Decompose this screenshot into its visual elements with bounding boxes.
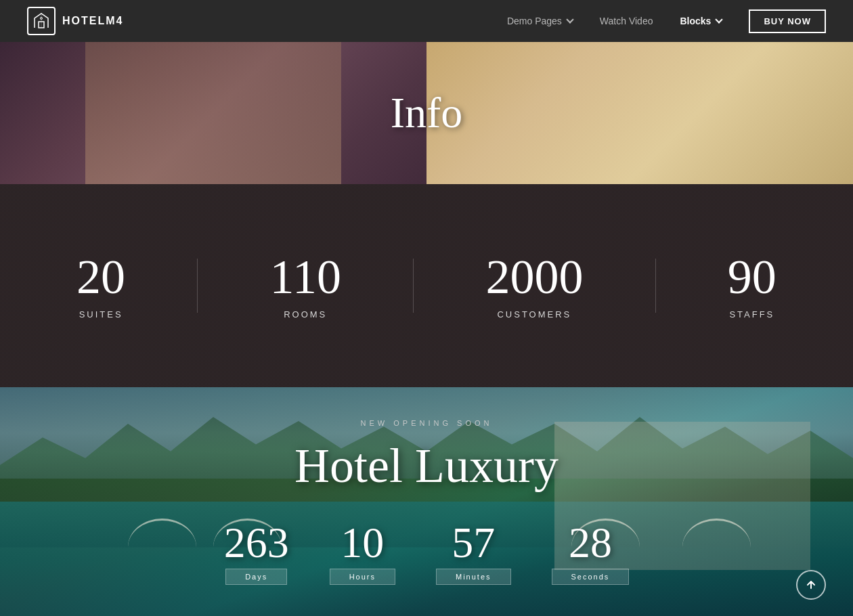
coming-title: Hotel Luxury — [224, 438, 630, 494]
countdown-minutes-label: Minutes — [436, 569, 511, 585]
countdown-minutes-number: 57 — [452, 521, 495, 565]
stat-staffs: 90 STAFFS — [728, 252, 777, 320]
stat-number-rooms: 110 — [270, 252, 341, 301]
coming-content: NEW OPENING SOON Hotel Luxury 263 Days 1… — [224, 419, 630, 585]
coming-subtitle: NEW OPENING SOON — [224, 419, 630, 427]
countdown-seconds-label: Seconds — [552, 569, 630, 585]
brand-name: HOTELM4 — [62, 15, 123, 27]
watch-video-link[interactable]: Watch Video — [600, 16, 653, 26]
stat-number-customers: 2000 — [485, 252, 583, 301]
blocks-link[interactable]: Blocks — [680, 16, 722, 26]
hotel-logo-icon — [27, 7, 56, 35]
chevron-down-icon-2 — [716, 16, 723, 23]
brand[interactable]: HOTELM4 — [27, 7, 123, 35]
stat-suites: 20 SUITES — [76, 252, 125, 320]
stat-divider-3 — [655, 259, 656, 313]
chevron-down-icon — [566, 16, 573, 23]
hero-left-panel — [0, 42, 426, 184]
countdown-seconds: 28 Seconds — [552, 521, 630, 585]
buy-now-button[interactable]: BUY NOW — [749, 9, 826, 33]
countdown-grid: 263 Days 10 Hours 57 Minutes 28 Seconds — [224, 521, 630, 585]
stat-rooms: 110 ROOMS — [270, 252, 341, 320]
stat-number-suites: 20 — [76, 252, 125, 301]
hero-right-panel — [426, 42, 853, 184]
stat-label-customers: CUSTOMERS — [485, 309, 583, 320]
hero-section: Info — [0, 42, 853, 184]
stats-section: 20 SUITES 110 ROOMS 2000 CUSTOMERS 90 ST… — [0, 184, 853, 387]
scroll-top-button[interactable] — [796, 570, 826, 600]
navbar: HOTELM4 Demo Pages Watch Video Blocks BU… — [0, 0, 853, 42]
stat-label-suites: SUITES — [76, 309, 125, 320]
countdown-minutes: 57 Minutes — [436, 521, 511, 585]
countdown-days-number: 263 — [224, 521, 289, 565]
demo-pages-link[interactable]: Demo Pages — [507, 16, 573, 26]
countdown-hours-number: 10 — [341, 521, 384, 565]
stat-label-rooms: ROOMS — [270, 309, 341, 320]
countdown-days-label: Days — [225, 569, 287, 585]
coming-soon-section: NEW OPENING SOON Hotel Luxury 263 Days 1… — [0, 387, 853, 616]
countdown-seconds-number: 28 — [569, 521, 612, 565]
stat-divider-2 — [413, 259, 414, 313]
stats-grid: 20 SUITES 110 ROOMS 2000 CUSTOMERS 90 ST… — [0, 184, 853, 387]
hero-title: Info — [391, 88, 463, 138]
countdown-hours: 10 Hours — [330, 521, 395, 585]
stat-number-staffs: 90 — [728, 252, 777, 301]
countdown-days: 263 Days — [224, 521, 289, 585]
arrow-up-icon — [805, 579, 817, 591]
stat-divider-1 — [197, 259, 198, 313]
countdown-hours-label: Hours — [330, 569, 395, 585]
stat-label-staffs: STAFFS — [728, 309, 777, 320]
nav-links: Demo Pages Watch Video Blocks BUY NOW — [507, 9, 826, 33]
stat-customers: 2000 CUSTOMERS — [485, 252, 583, 320]
